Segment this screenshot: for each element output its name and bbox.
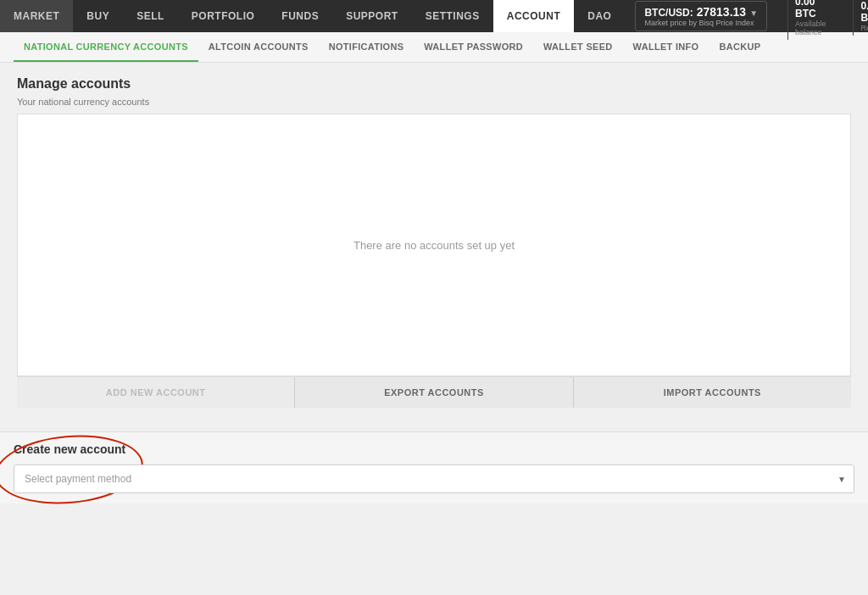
tab-wallet-seed[interactable]: WALLET SEED	[533, 32, 623, 62]
price-sub-label: Market price by Bisq Price Index	[644, 19, 758, 27]
tab-notifications[interactable]: NOTIFICATIONS	[319, 32, 415, 62]
accounts-action-buttons: ADD NEW ACCOUNT EXPORT ACCOUNTS IMPORT A…	[17, 376, 851, 408]
create-account-title: Create new account	[14, 442, 854, 456]
reserved-balance-label: Reserved	[860, 24, 868, 32]
tab-wallet-password[interactable]: WALLET PASSWORD	[414, 32, 533, 62]
available-balance-label: Available balance	[795, 19, 826, 36]
payment-method-select[interactable]: Select payment methodZelleVenmoChase Qui…	[14, 464, 854, 493]
tab-altcoin[interactable]: ALTCOIN ACCOUNTS	[198, 32, 319, 62]
export-accounts-button[interactable]: EXPORT ACCOUNTS	[295, 377, 573, 408]
nav-buy[interactable]: BUY	[73, 0, 123, 32]
empty-accounts-message: There are no accounts set up yet	[353, 239, 515, 252]
manage-accounts-title: Manage accounts	[17, 76, 851, 92]
tab-backup[interactable]: BACKUP	[709, 32, 771, 62]
tab-national-currency[interactable]: NATIONAL CURRENCY ACCOUNTS	[14, 32, 198, 62]
import-accounts-button[interactable]: IMPORT ACCOUNTS	[574, 377, 851, 408]
create-account-section: Create new account Select payment method…	[0, 431, 868, 503]
available-balance: 0.00 BTC Available balance	[787, 0, 832, 40]
nav-account[interactable]: Account	[493, 0, 575, 32]
nav-support[interactable]: Support	[332, 0, 412, 32]
price-selector[interactable]: BTC/USD: 27813.13 ▼ Market price by Bisq…	[635, 1, 767, 31]
price-pair-label: BTC/USD:	[644, 7, 693, 19]
nav-funds[interactable]: FUNDS	[268, 0, 332, 32]
accounts-subtitle: Your national currency accounts	[17, 97, 851, 107]
tab-wallet-info[interactable]: WALLET INFO	[623, 32, 709, 62]
reserved-balance: 0.00 BTC Reserved	[853, 0, 868, 36]
main-content: Manage accounts Your national currency a…	[0, 63, 868, 421]
reserved-balance-value: 0.00 BTC	[860, 0, 868, 24]
sub-navigation: NATIONAL CURRENCY ACCOUNTS ALTCOIN ACCOU…	[0, 32, 868, 63]
price-value: 27813.13	[697, 5, 746, 19]
available-balance-value: 0.00 BTC	[795, 0, 826, 19]
add-new-account-button[interactable]: ADD NEW ACCOUNT	[17, 377, 295, 408]
nav-dao[interactable]: DAO	[574, 0, 625, 32]
accounts-list-area: There are no accounts set up yet	[17, 114, 851, 376]
price-chevron-icon: ▼	[749, 8, 758, 18]
nav-sell[interactable]: SELL	[123, 0, 178, 32]
price-bar: BTC/USD: 27813.13 ▼ Market price by Bisq…	[625, 0, 868, 32]
nav-market[interactable]: MARKET	[0, 0, 73, 32]
nav-settings[interactable]: Settings	[412, 0, 493, 32]
top-navigation: MARKET BUY SELL PORTFOLIO FUNDS Support …	[0, 0, 868, 32]
payment-method-wrapper: Select payment methodZelleVenmoChase Qui…	[14, 464, 854, 493]
nav-portfolio[interactable]: PORTFOLIO	[178, 0, 269, 32]
